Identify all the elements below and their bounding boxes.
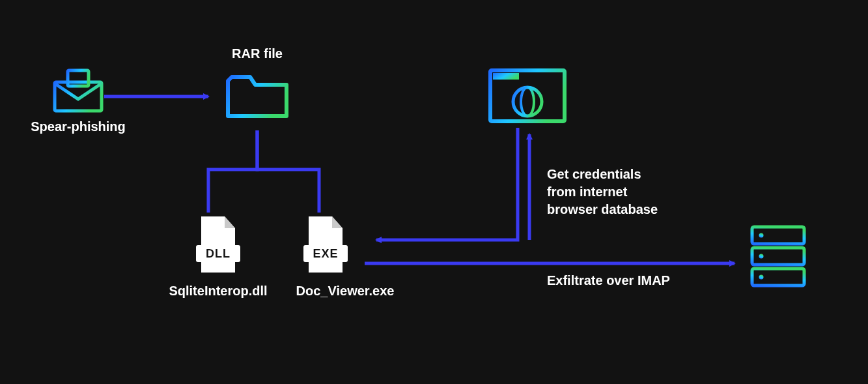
node-dll-file: DLL SqliteInterop.dll [163, 214, 273, 299]
rar-file-label: RAR file [221, 46, 293, 61]
creds-line-2: from internet [547, 183, 697, 201]
annotation-credentials: Get credentials from internet browser da… [547, 166, 697, 218]
dll-badge-text: DLL [206, 247, 231, 260]
exfiltrate-label: Exfiltrate over IMAP [547, 273, 716, 288]
node-exe-file: EXE Doc_Viewer.exe [287, 214, 404, 299]
file-dll-icon: DLL [192, 214, 244, 276]
exe-badge-text: EXE [313, 247, 338, 260]
creds-line-1: Get credentials [547, 166, 697, 183]
annotation-exfiltrate: Exfiltrate over IMAP [547, 273, 716, 288]
svg-point-14 [521, 87, 534, 116]
node-server [742, 222, 814, 296]
svg-point-20 [759, 233, 764, 238]
envelope-icon [46, 64, 111, 116]
file-exe-icon: EXE [300, 214, 352, 276]
browser-globe-icon [485, 65, 570, 128]
svg-rect-12 [493, 73, 519, 80]
node-browser [482, 65, 573, 130]
node-rar-file: RAR file [221, 46, 293, 126]
creds-line-3: browser database [547, 201, 697, 218]
connector-lines [0, 0, 868, 384]
diagram-canvas: Spear-phishing RAR file DLL SqliteIntero… [0, 0, 868, 384]
node-spear-phishing: Spear-phishing [26, 64, 130, 134]
exe-file-label: Doc_Viewer.exe [287, 283, 404, 299]
server-icon [746, 222, 811, 293]
dll-file-label: SqliteInterop.dll [163, 283, 273, 299]
folder-icon [221, 65, 293, 124]
svg-point-21 [759, 254, 764, 259]
svg-point-22 [759, 275, 764, 280]
svg-point-13 [513, 87, 542, 116]
spear-phishing-label: Spear-phishing [26, 119, 130, 134]
